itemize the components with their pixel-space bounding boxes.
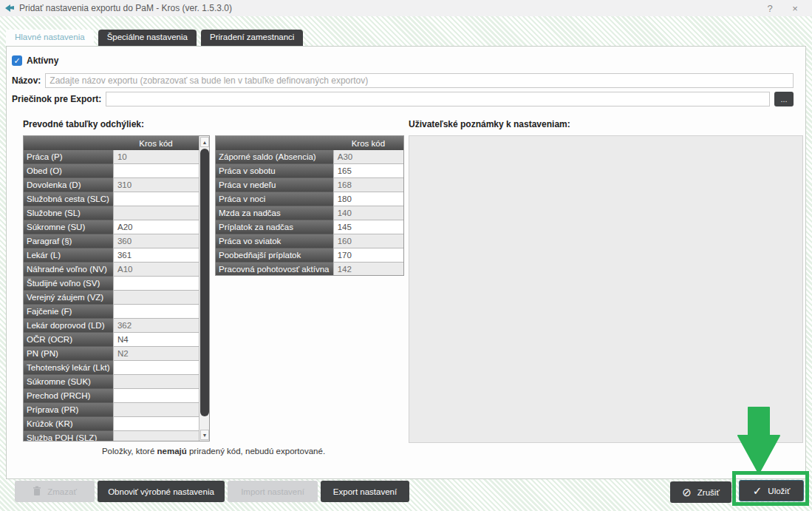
row-label: Verejný záujem (VZ) [24,291,113,305]
table-row: Služobná cesta (SLC) [24,192,199,206]
kros-code-cell[interactable] [113,361,199,375]
table-row: Súkromne (SU)A20 [24,220,199,234]
cancel-icon: ⊘ [682,487,692,498]
export-folder-label: Priečinok pre Export: [12,94,101,104]
cancel-button[interactable]: ⊘ Zrušiť [670,481,731,503]
kros-code-cell[interactable] [113,164,199,178]
table-row: Krúžok (KR) [24,417,199,431]
user-notes-label: Uživateľské poznámky k nastaveniam: [409,119,570,129]
deviations-table-middle: Kros kód Záporné saldo (Absencia)A30Prác… [215,135,404,276]
app-icon [4,3,15,13]
table-row: Práca (P)10 [24,150,199,164]
save-button[interactable]: ✓ Uložiť [739,480,804,501]
scroll-down-icon[interactable]: ▼ [200,430,209,440]
table-row: Príprava (PR) [24,403,199,417]
table-footnote: Položky, ktoré nemajú priradený kód, neb… [23,447,404,456]
table-row: Služba POH (SLZ) [24,431,199,441]
kros-code-cell[interactable]: 310 [113,178,199,192]
tab-priradeni-zamestnanci[interactable]: Priradení zamestnanci [201,30,303,47]
name-label: Názov: [12,75,41,86]
help-button[interactable]: ? [757,3,782,14]
name-input[interactable] [45,73,794,88]
kros-code-cell[interactable]: 168 [333,178,403,192]
kros-code-cell[interactable]: N4 [113,333,199,347]
kros-code-cell[interactable] [113,403,199,417]
kros-code-cell[interactable]: 165 [333,164,403,178]
table-header: Kros kód [216,136,403,150]
scrollbar[interactable]: ▲ ▼ [199,136,209,441]
main-panel: ✓ Aktívny Názov: Priečinok pre Export: .… [6,46,806,479]
kros-code-cell[interactable] [113,389,199,403]
kros-code-cell[interactable] [113,417,199,431]
row-label: Obed (O) [24,164,113,178]
row-label: Príplatok za nadčas [216,220,333,234]
table-row: Fajčenie (F) [24,305,199,319]
export-folder-input[interactable] [106,92,770,106]
kros-code-cell[interactable] [113,206,199,220]
kros-code-cell[interactable]: 145 [333,220,403,234]
kros-code-cell[interactable]: 160 [333,234,403,248]
row-label: Práca (P) [24,150,113,164]
table-row: Lekár doprovod (LD)362 [24,319,199,333]
export-settings-dialog: Pridať nastavenia exportu do PaM - Kros … [0,0,812,511]
export-settings-button[interactable]: Export nastavení [321,481,409,502]
table-row: OČR (OCR)N4 [24,333,199,347]
row-label: Služobná cesta (SLC) [24,192,113,206]
table-row: Náhradné voľno (NV)A10 [24,263,199,277]
kros-code-cell[interactable]: A10 [113,263,199,277]
table-row: Prechod (PRCH) [24,389,199,403]
kros-code-cell[interactable]: N2 [113,347,199,361]
kros-code-cell[interactable]: A20 [113,220,199,234]
kros-code-cell[interactable]: 10 [113,150,199,164]
active-checkbox[interactable]: ✓ [12,55,22,66]
kros-code-cell[interactable] [113,277,199,291]
row-label: Lekár (L) [24,248,113,263]
table-body: Záporné saldo (Absencia)A30Práca v sobot… [216,150,403,276]
window-title: Pridať nastavenia exportu do PaM - Kros … [19,3,232,13]
scroll-up-icon[interactable]: ▲ [200,137,209,147]
row-label: Náhradné voľno (NV) [24,263,113,277]
row-label: Krúžok (KR) [24,417,113,431]
table-row: Mzda za nadčas140 [216,206,403,220]
browse-folder-button[interactable]: ... [774,92,794,106]
close-button[interactable]: × [782,3,808,14]
row-label: Mzda za nadčas [216,206,333,220]
kros-code-header: Kros kód [333,136,403,150]
kros-code-cell[interactable]: 180 [333,192,403,206]
kros-code-cell[interactable]: 170 [333,248,403,263]
table-row: Práca v sobotu165 [216,164,403,178]
kros-code-cell[interactable]: 142 [333,263,403,276]
tab-specialne-nastavenia[interactable]: Špeciálne nastavenia [98,30,197,47]
kros-code-cell[interactable]: A30 [333,150,403,164]
row-label: Pracovná pohotovosť aktívna [216,263,333,276]
table-row: Verejný záujem (VZ) [24,291,199,305]
row-label: Príprava (PR) [24,403,113,417]
kros-code-cell[interactable]: 140 [333,206,403,220]
kros-code-cell[interactable] [113,291,199,305]
restore-defaults-button[interactable]: Obnoviť výrobné nastavenia [98,481,225,502]
row-label: Fajčenie (F) [24,305,113,319]
kros-code-cell[interactable]: 361 [113,248,199,263]
table-row: Pracovná pohotovosť aktívna142 [216,263,403,276]
tab-hlavne-nastavenia[interactable]: Hlavné nastavenia [6,30,94,47]
kros-code-cell[interactable] [113,431,199,441]
check-icon: ✓ [753,485,762,496]
tab-bar: Hlavné nastavenia Špeciálne nastavenia P… [6,30,303,47]
table-row: Paragraf (§)360 [24,234,199,248]
kros-code-cell[interactable] [113,192,199,206]
table-row: Dovolenka (D)310 [24,178,199,192]
row-label: Študijné voľno (SV) [24,277,113,291]
kros-code-cell[interactable]: 362 [113,319,199,333]
row-label: Súkromne (SU) [24,220,113,234]
row-label: Služba POH (SLZ) [24,431,113,441]
delete-button: Zmazať [15,481,95,502]
user-notes-textarea[interactable] [409,135,803,443]
scrollbar-thumb[interactable] [200,149,209,416]
kros-code-cell[interactable] [113,305,199,319]
kros-code-cell[interactable]: 360 [113,234,199,248]
row-label: Záporné saldo (Absencia) [216,150,333,164]
kros-code-cell[interactable] [113,375,199,389]
table-row: Súkromne (SUK) [24,375,199,389]
table-row: Práca vo sviatok160 [216,234,403,248]
row-label: Tehotenský lekár (Lkt) [24,361,113,375]
